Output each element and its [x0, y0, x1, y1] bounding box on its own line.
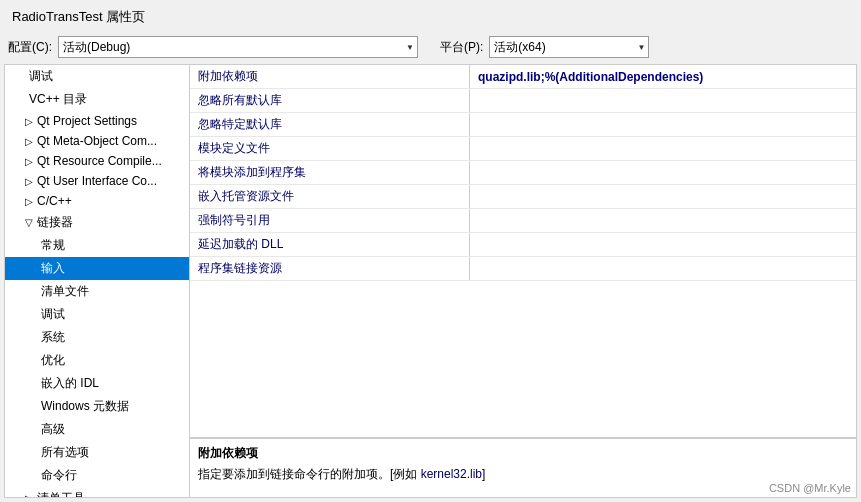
sidebar-label-qt-meta: Qt Meta-Object Com...	[37, 134, 157, 148]
platform-label: 平台(P):	[440, 39, 483, 56]
sidebar-item-linker-input[interactable]: 输入	[5, 257, 189, 280]
prop-value-assembly-link-resource	[470, 257, 856, 280]
prop-value-ignore-specific-default	[470, 113, 856, 136]
prop-row-ignore-all-default[interactable]: 忽略所有默认库	[190, 89, 856, 113]
platform-select[interactable]: 活动(x64) x64 x86 所有平台	[489, 36, 649, 58]
sidebar-label-qt-ui: Qt User Interface Co...	[37, 174, 157, 188]
sidebar-label-linker-all-options: 所有选项	[41, 444, 89, 461]
prop-name-assembly-link-resource: 程序集链接资源	[190, 257, 470, 280]
platform-select-wrapper[interactable]: 活动(x64) x64 x86 所有平台	[489, 36, 649, 58]
prop-value-additional-deps: quazipd.lib;%(AdditionalDependencies)	[470, 65, 856, 88]
expand-icon-qt-ui: ▷	[25, 176, 33, 187]
sidebar-item-linker-general[interactable]: 常规	[5, 234, 189, 257]
sidebar-label-cpp: C/C++	[37, 194, 72, 208]
window-title: RadioTransTest 属性页	[12, 9, 145, 24]
prop-name-additional-deps: 附加依赖项	[190, 65, 470, 88]
sidebar-item-linker-command-line[interactable]: 命令行	[5, 464, 189, 487]
watermark: CSDN @Mr.Kyle	[769, 482, 851, 494]
sidebar-item-qt-ui[interactable]: ▷ Qt User Interface Co...	[5, 171, 189, 191]
prop-row-embed-managed-resource[interactable]: 嵌入托管资源文件	[190, 185, 856, 209]
prop-name-add-module-to-assembly: 将模块添加到程序集	[190, 161, 470, 184]
expand-icon-qt-meta: ▷	[25, 136, 33, 147]
sidebar-label-debug: 调试	[29, 68, 53, 85]
sidebar-item-linker-windows-metadata[interactable]: Windows 元数据	[5, 395, 189, 418]
prop-row-ignore-specific-default[interactable]: 忽略特定默认库	[190, 113, 856, 137]
sidebar-label-vc-dirs: VC++ 目录	[29, 91, 87, 108]
sidebar-item-linker-all-options[interactable]: 所有选项	[5, 441, 189, 464]
sidebar-item-qt-project[interactable]: ▷ Qt Project Settings	[5, 111, 189, 131]
description-example: kernel32.lib	[421, 467, 482, 481]
config-select[interactable]: 活动(Debug) Debug Release 所有配置	[58, 36, 418, 58]
sidebar-label-linker-optimize: 优化	[41, 352, 65, 369]
description-text: 指定要添加到链接命令行的附加项。[例如 kernel32.lib]	[198, 466, 848, 483]
sidebar-item-linker-optimize[interactable]: 优化	[5, 349, 189, 372]
toolbar: 配置(C): 活动(Debug) Debug Release 所有配置 平台(P…	[0, 32, 861, 64]
description-text-content: 指定要添加到链接命令行的附加项。[例如 kernel32.lib]	[198, 467, 485, 481]
prop-name-ignore-all-default: 忽略所有默认库	[190, 89, 470, 112]
expand-icon-qt-resource: ▷	[25, 156, 33, 167]
prop-name-delay-loaded-dll: 延迟加载的 DLL	[190, 233, 470, 256]
sidebar-item-debug[interactable]: 调试	[5, 65, 189, 88]
sidebar-label-linker-general: 常规	[41, 237, 65, 254]
sidebar-item-linker-advanced[interactable]: 高级	[5, 418, 189, 441]
expand-icon-linker: ▽	[25, 217, 33, 228]
sidebar: 调试 VC++ 目录 ▷ Qt Project Settings ▷ Qt Me…	[5, 65, 190, 497]
properties-window: RadioTransTest 属性页 配置(C): 活动(Debug) Debu…	[0, 0, 861, 502]
prop-value-embed-managed-resource	[470, 185, 856, 208]
prop-row-delay-loaded-dll[interactable]: 延迟加载的 DLL	[190, 233, 856, 257]
sidebar-item-cpp[interactable]: ▷ C/C++	[5, 191, 189, 211]
expand-icon-cpp: ▷	[25, 196, 33, 207]
prop-name-embed-managed-resource: 嵌入托管资源文件	[190, 185, 470, 208]
prop-row-assembly-link-resource[interactable]: 程序集链接资源	[190, 257, 856, 281]
expand-icon-simple-tools: ▷	[25, 493, 33, 497]
prop-value-module-def	[470, 137, 856, 160]
description-area: 附加依赖项 指定要添加到链接命令行的附加项。[例如 kernel32.lib]	[190, 437, 856, 497]
content-area: 附加依赖项 quazipd.lib;%(AdditionalDependenci…	[190, 65, 856, 497]
config-label: 配置(C):	[8, 39, 52, 56]
prop-name-ignore-specific-default: 忽略特定默认库	[190, 113, 470, 136]
sidebar-item-linker-system[interactable]: 系统	[5, 326, 189, 349]
prop-name-force-symbol-ref: 强制符号引用	[190, 209, 470, 232]
sidebar-item-linker-manifest[interactable]: 清单文件	[5, 280, 189, 303]
sidebar-item-linker-debug[interactable]: 调试	[5, 303, 189, 326]
sidebar-item-qt-meta[interactable]: ▷ Qt Meta-Object Com...	[5, 131, 189, 151]
sidebar-label-linker-debug: 调试	[41, 306, 65, 323]
sidebar-item-linker[interactable]: ▽ 链接器	[5, 211, 189, 234]
sidebar-label-linker-advanced: 高级	[41, 421, 65, 438]
sidebar-label-linker-input: 输入	[41, 260, 65, 277]
sidebar-label-qt-project: Qt Project Settings	[37, 114, 137, 128]
expand-icon-qt-project: ▷	[25, 116, 33, 127]
prop-row-force-symbol-ref[interactable]: 强制符号引用	[190, 209, 856, 233]
sidebar-label-simple-tools: 清单工具	[37, 490, 85, 497]
sidebar-label-linker-manifest: 清单文件	[41, 283, 89, 300]
sidebar-item-linker-embedded-idl[interactable]: 嵌入的 IDL	[5, 372, 189, 395]
main-content: 调试 VC++ 目录 ▷ Qt Project Settings ▷ Qt Me…	[4, 64, 857, 498]
title-bar: RadioTransTest 属性页	[0, 0, 861, 32]
sidebar-item-simple-tools[interactable]: ▷ 清单工具	[5, 487, 189, 497]
prop-value-add-module-to-assembly	[470, 161, 856, 184]
prop-value-delay-loaded-dll	[470, 233, 856, 256]
sidebar-label-qt-resource: Qt Resource Compile...	[37, 154, 162, 168]
sidebar-item-vc-dirs[interactable]: VC++ 目录	[5, 88, 189, 111]
prop-row-additional-deps[interactable]: 附加依赖项 quazipd.lib;%(AdditionalDependenci…	[190, 65, 856, 89]
prop-value-force-symbol-ref	[470, 209, 856, 232]
description-title: 附加依赖项	[198, 445, 848, 462]
config-select-wrapper[interactable]: 活动(Debug) Debug Release 所有配置	[58, 36, 418, 58]
properties-table: 附加依赖项 quazipd.lib;%(AdditionalDependenci…	[190, 65, 856, 437]
prop-row-add-module-to-assembly[interactable]: 将模块添加到程序集	[190, 161, 856, 185]
sidebar-label-linker-embedded-idl: 嵌入的 IDL	[41, 375, 99, 392]
prop-value-ignore-all-default	[470, 89, 856, 112]
sidebar-item-qt-resource[interactable]: ▷ Qt Resource Compile...	[5, 151, 189, 171]
prop-name-module-def: 模块定义文件	[190, 137, 470, 160]
sidebar-label-linker-command-line: 命令行	[41, 467, 77, 484]
prop-row-module-def[interactable]: 模块定义文件	[190, 137, 856, 161]
sidebar-label-linker: 链接器	[37, 214, 73, 231]
sidebar-label-linker-windows-metadata: Windows 元数据	[41, 398, 129, 415]
sidebar-label-linker-system: 系统	[41, 329, 65, 346]
